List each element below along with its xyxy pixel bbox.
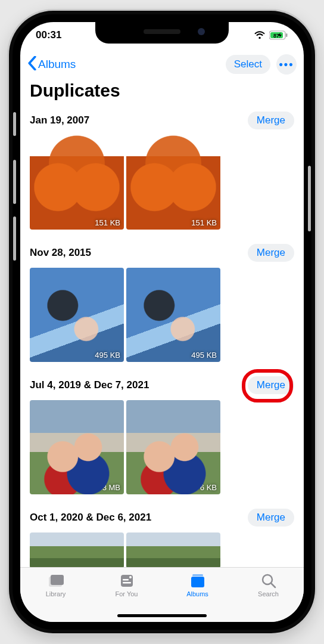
volume-down-button (13, 216, 16, 261)
merge-button[interactable]: Merge (248, 112, 294, 129)
duplicate-group: Jan 19, 2007Merge151 KB151 KB (20, 110, 304, 243)
group-date: Oct 1, 2020 & Dec 6, 2021 (30, 512, 151, 524)
svg-rect-11 (191, 577, 204, 587)
file-size: 495 KB (191, 351, 217, 360)
photo-thumbnail[interactable]: 495 KB (30, 268, 124, 362)
merge-button[interactable]: Merge (248, 509, 294, 527)
group-date: Jan 19, 2007 (30, 114, 89, 126)
photo-thumbnail[interactable]: 151 KB (30, 135, 124, 230)
ellipsis-icon: ••• (279, 58, 294, 71)
select-button[interactable]: Select (226, 55, 270, 74)
file-size: 495 KB (95, 351, 120, 360)
silent-switch (13, 112, 16, 136)
group-date: Jul 4, 2019 & Dec 7, 2021 (30, 379, 149, 391)
svg-rect-10 (192, 574, 203, 576)
battery-icon: 87 (269, 30, 288, 40)
status-time: 00:31 (36, 29, 61, 41)
photo-thumbnail[interactable]: 2.3 MB (30, 400, 124, 494)
wifi-icon (254, 31, 266, 39)
tab-label: Search (258, 590, 279, 597)
tab-label: For You (116, 590, 138, 597)
status-bar: 00:31 87 (20, 22, 304, 48)
svg-line-13 (271, 583, 275, 587)
svg-rect-2 (286, 33, 288, 37)
duplicate-group: Nov 28, 2015Merge495 KB495 KB (20, 243, 304, 375)
back-button[interactable]: Albums (27, 56, 76, 73)
svg-rect-7 (123, 579, 129, 581)
nav-bar: Albums Select ••• (20, 49, 304, 79)
photo-thumbnail[interactable]: 151 KB (126, 135, 220, 230)
file-size: 151 KB (95, 218, 120, 227)
page-title: Duplicates (30, 80, 120, 101)
back-label: Albums (38, 58, 76, 71)
duplicate-group: Oct 1, 2020 & Dec 6, 2021Merge (20, 507, 304, 567)
chevron-left-icon (27, 56, 37, 73)
duplicate-group: Jul 4, 2019 & Dec 7, 2021Merge2.3 MB76 K… (20, 375, 304, 507)
screen: 00:31 87 (20, 22, 304, 622)
tab-label: Albums (186, 590, 208, 597)
merge-button[interactable]: Merge (248, 244, 294, 262)
volume-up-button (13, 160, 16, 204)
svg-point-9 (129, 576, 132, 578)
duplicates-list[interactable]: Jan 19, 2007Merge151 KB151 KBNov 28, 201… (20, 110, 304, 567)
photo-thumbnail[interactable]: 495 KB (126, 268, 220, 362)
more-button[interactable]: ••• (276, 54, 297, 75)
svg-rect-5 (51, 575, 64, 585)
photo-thumbnail[interactable] (30, 532, 124, 567)
svg-rect-8 (123, 582, 131, 584)
tab-bar: Library For You Albums Search (20, 567, 304, 622)
photo-thumbnail[interactable]: 76 KB (126, 400, 220, 494)
home-indicator[interactable] (117, 614, 207, 617)
file-size: 151 KB (191, 218, 217, 227)
file-size: 76 KB (196, 483, 217, 492)
merge-button[interactable]: Merge (248, 376, 294, 394)
power-button (308, 166, 311, 231)
file-size: 2.3 MB (96, 483, 120, 492)
group-date: Nov 28, 2015 (30, 247, 91, 259)
photo-thumbnail[interactable] (126, 532, 220, 567)
tab-label: Library (46, 590, 66, 597)
